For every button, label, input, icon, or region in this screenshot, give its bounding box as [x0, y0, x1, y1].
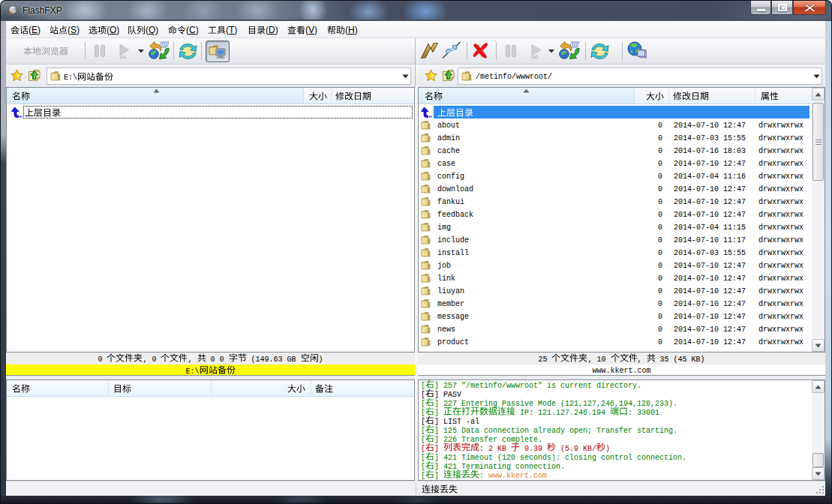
- svg-text:GO: GO: [532, 55, 539, 59]
- svg-text:GO: GO: [120, 55, 127, 59]
